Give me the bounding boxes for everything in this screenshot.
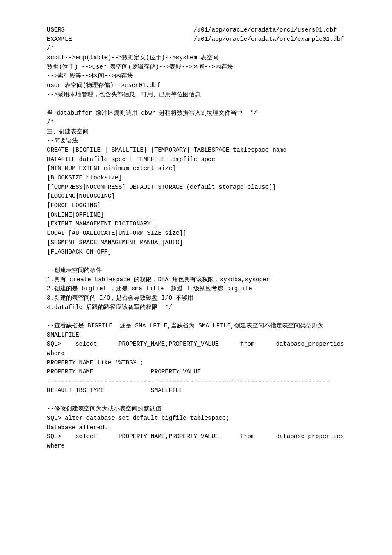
- text-line: [47, 396, 345, 405]
- text-line: DEFAULT_TBS_TYPE SMALLFILE: [47, 386, 345, 396]
- text-line: 1.具有 create tablespace 的权限，DBA 角色具有该权限，s…: [47, 275, 345, 285]
- text-line: LOCAL [AUTOALLOCATE|UNIFORM SIZE size]]: [47, 229, 345, 238]
- text-line: Database altered.: [47, 423, 345, 433]
- text-line: scott-->emp(table)-->数据定义(位于)-->system 表…: [47, 53, 345, 63]
- text-line: [47, 257, 345, 266]
- text-line: PROPERTY_NAME like '%TBS%';: [47, 358, 345, 368]
- text-line: /*: [47, 44, 345, 53]
- text-line: DATAFILE datafile spec | TEMPFILE tempfi…: [47, 155, 345, 165]
- text-line: 2.创建的是 bigfiel ，还是 smallifle 超过 T 级别应考虑 …: [47, 284, 345, 294]
- content-area: USERS /u01/app/oracle/oradata/orcl/users…: [47, 26, 345, 451]
- text-line: CREATE [BIGFILE | SMALLFILE] [TEMPORARY]…: [47, 146, 345, 155]
- text-line: 当 databuffer 缓冲区满则调用 dbwr 进程将数据写入到物理文件当中…: [47, 109, 345, 118]
- text-line: USERS /u01/app/oracle/oradata/orcl/users…: [47, 26, 345, 35]
- text-line: --查看缺省是 BIGFILE 还是 SMALLFILE,当缺省为 SMALLF…: [47, 321, 345, 340]
- text-line: [BLOCKSIZE blocksize]: [47, 173, 345, 183]
- text-line: -->采用本地管理，包含头部信息，可用、已用等位图信息: [47, 90, 345, 100]
- text-line: [ONLINE|OFFLINE]: [47, 211, 345, 220]
- text-line: [FORCE LOGGING]: [47, 201, 345, 211]
- text-line: 三、创建表空间: [47, 127, 345, 137]
- text-line: [EXTENT MANAGEMENT DICTIONARY |: [47, 220, 345, 229]
- text-line: SQL> select PROPERTY_NAME,PROPERTY_VALUE…: [47, 340, 345, 358]
- text-line: [MINIMUM EXTENT minimum extent size]: [47, 164, 345, 173]
- text-line: user 表空间(物理存储)-->user01.dbf: [47, 81, 345, 90]
- text-line: --修改创建表空间为大或小表空间的默认值: [47, 405, 345, 414]
- text-line: [47, 100, 345, 109]
- text-line: [SEGMENT SPACE MANAGEMENT MANUAL|AUTO]: [47, 238, 345, 248]
- text-line: [47, 312, 345, 321]
- text-line: [FLASHBACK ON|OFF]: [47, 248, 345, 257]
- text-line: 数据(位于) -->user 表空间(逻辑存储)-->表段-->区间-->内存块: [47, 63, 345, 72]
- text-line: /*: [47, 118, 345, 127]
- text-line: 3.新建的表空间的 I/O，是否会导致磁盘 I/O 不够用: [47, 294, 345, 303]
- text-line: [LOGGING|NOLOGGING]: [47, 192, 345, 201]
- text-line: ------------------------------ ---------…: [47, 377, 345, 386]
- text-line: SQL> select PROPERTY_NAME,PROPERTY_VALUE…: [47, 432, 345, 451]
- text-line: --简要语法：: [47, 136, 345, 146]
- text-line: 4.datafile 后跟的路径应该备写的权限 */: [47, 303, 345, 312]
- text-line: [[COMPRESS|NOCOMPRESS] DEFAULT STORAGE (…: [47, 183, 345, 192]
- text-line: EXAMPLE /u01/app/oracle/oradata/orcl/exa…: [47, 35, 345, 44]
- text-line: SQL> alter database set default bigfile …: [47, 414, 345, 423]
- text-line: --创建表空间的条件: [47, 266, 345, 275]
- main-content: USERS /u01/app/oracle/oradata/orcl/users…: [47, 26, 345, 451]
- text-line: PROPERTY_NAME PROPERTY_VALUE: [47, 367, 345, 377]
- text-line: -->索引段等-->区间-->内存块: [47, 72, 345, 81]
